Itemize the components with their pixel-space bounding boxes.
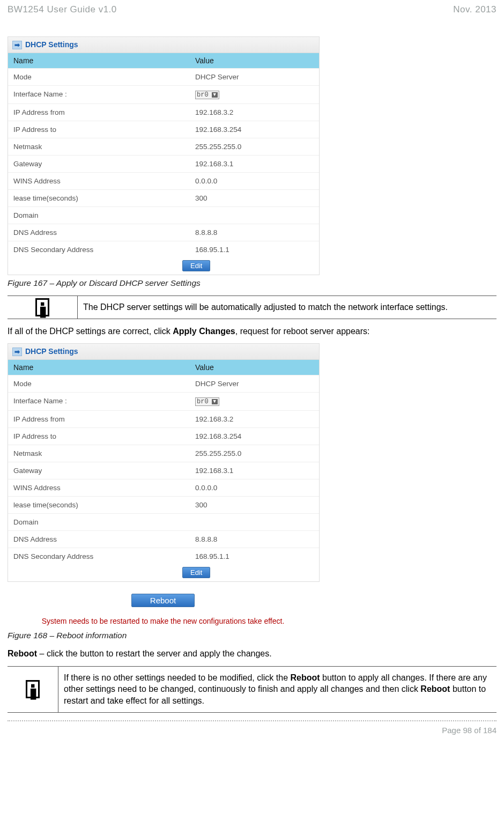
row-name: Netmask xyxy=(8,445,190,462)
edit-button[interactable]: Edit xyxy=(182,260,210,271)
footer-divider xyxy=(8,720,496,721)
table-row: DNS Secondary Address168.95.1.1 xyxy=(8,241,319,258)
row-value: DHCP Server xyxy=(190,69,319,85)
figure-caption-167: Figure 167 – Apply or Discard DHCP serve… xyxy=(8,278,496,288)
row-name: IP Address from xyxy=(8,411,190,427)
info-icon: ▪▮ xyxy=(26,680,40,698)
figure-caption-168: Figure 168 – Reboot information xyxy=(8,631,496,640)
table-row: Domain xyxy=(8,513,319,530)
row-name: Gateway xyxy=(8,156,190,172)
row-value: 255.255.255.0 xyxy=(190,138,319,155)
row-name: Interface Name : xyxy=(8,86,190,104)
row-value: 255.255.255.0 xyxy=(190,445,319,462)
row-value xyxy=(190,207,319,224)
chevron-down-icon: ▼ xyxy=(212,92,218,98)
row-name: lease time(seconds) xyxy=(8,497,190,513)
table-row: DNS Address8.8.8.8 xyxy=(8,530,319,548)
table-row: Netmask255.255.255.0 xyxy=(8,445,319,462)
dhcp-settings-panel-1: DHCP Settings Name Value ModeDHCP Server… xyxy=(8,36,320,275)
table-row: WINS Address0.0.0.0 xyxy=(8,479,319,496)
row-name: WINS Address xyxy=(8,479,190,496)
row-value: 192.168.3.1 xyxy=(190,156,319,172)
reboot-description: Reboot – click the button to restart the… xyxy=(8,648,496,660)
panel-title: DHCP Settings xyxy=(8,344,319,360)
row-value: 8.8.8.8 xyxy=(190,224,319,241)
row-value: 8.8.8.8 xyxy=(190,531,319,548)
row-name: Domain xyxy=(8,514,190,530)
reboot-button[interactable]: Reboot xyxy=(131,594,195,607)
row-name: Mode xyxy=(8,69,190,85)
row-value: 300 xyxy=(190,190,319,206)
doc-title: BW1254 User Guide v1.0 xyxy=(8,4,117,15)
row-value: 192.168.3.1 xyxy=(190,462,319,479)
row-value: 168.95.1.1 xyxy=(190,548,319,565)
row-name: IP Address to xyxy=(8,428,190,445)
row-name: Gateway xyxy=(8,462,190,479)
table-row: lease time(seconds)300 xyxy=(8,189,319,206)
row-value: 192.168.3.254 xyxy=(190,428,319,445)
row-value: br0▼ xyxy=(190,86,319,104)
table-row: ModeDHCP Server xyxy=(8,375,319,392)
table-row: IP Address to192.168.3.254 xyxy=(8,427,319,445)
row-name: DNS Address xyxy=(8,224,190,241)
col-value: Value xyxy=(190,53,319,68)
table-row: Netmask255.255.255.0 xyxy=(8,138,319,155)
row-value: br0▼ xyxy=(190,393,319,410)
table-row: IP Address from192.168.3.2 xyxy=(8,410,319,427)
interface-select[interactable]: br0▼ xyxy=(195,397,219,406)
row-name: DNS Address xyxy=(8,531,190,548)
page-number: Page 98 of 184 xyxy=(8,726,496,735)
table-row: DNS Address8.8.8.8 xyxy=(8,224,319,241)
panel-title: DHCP Settings xyxy=(8,37,319,53)
table-row: ModeDHCP Server xyxy=(8,68,319,85)
row-name: IP Address from xyxy=(8,104,190,121)
col-value: Value xyxy=(190,360,319,375)
row-name: DNS Secondary Address xyxy=(8,241,190,258)
note-text: The DHCP server settings will be automat… xyxy=(78,296,496,319)
row-name: DNS Secondary Address xyxy=(8,548,190,565)
table-row: DNS Secondary Address168.95.1.1 xyxy=(8,548,319,565)
row-name: WINS Address xyxy=(8,173,190,189)
row-value: 0.0.0.0 xyxy=(190,479,319,496)
col-name: Name xyxy=(8,53,190,68)
restart-message: System needs to be restarted to make the… xyxy=(8,617,318,625)
table-row: IP Address from192.168.3.2 xyxy=(8,104,319,121)
edit-button[interactable]: Edit xyxy=(182,567,210,578)
table-row: Gateway192.168.3.1 xyxy=(8,462,319,479)
paragraph-apply: If all of the DHCP settings are correct,… xyxy=(8,326,496,337)
col-name: Name xyxy=(8,360,190,375)
table-row: Gateway192.168.3.1 xyxy=(8,155,319,172)
table-row: Interface Name :br0▼ xyxy=(8,392,319,410)
row-name: Netmask xyxy=(8,138,190,155)
info-note-1: ▪▮ The DHCP server settings will be auto… xyxy=(8,296,496,319)
row-value: 168.95.1.1 xyxy=(190,241,319,258)
info-note-2: ▪▮ If there is no other settings needed … xyxy=(8,666,496,713)
table-row: WINS Address0.0.0.0 xyxy=(8,172,319,189)
table-row: Domain xyxy=(8,206,319,224)
table-row: Interface Name :br0▼ xyxy=(8,85,319,104)
row-name: Domain xyxy=(8,207,190,224)
row-name: IP Address to xyxy=(8,121,190,138)
info-icon: ▪▮ xyxy=(35,298,49,316)
note-text: If there is no other settings needed to … xyxy=(58,667,496,712)
row-value: 192.168.3.2 xyxy=(190,411,319,427)
row-name: lease time(seconds) xyxy=(8,190,190,206)
table-row: IP Address to192.168.3.254 xyxy=(8,121,319,138)
row-value: 300 xyxy=(190,497,319,513)
dhcp-settings-panel-2: DHCP Settings Name Value ModeDHCP Server… xyxy=(8,343,320,582)
row-value: 0.0.0.0 xyxy=(190,173,319,189)
row-name: Mode xyxy=(8,375,190,392)
chevron-down-icon: ▼ xyxy=(212,399,218,404)
table-header: Name Value xyxy=(8,360,319,375)
table-header: Name Value xyxy=(8,53,319,68)
doc-date: Nov. 2013 xyxy=(453,4,496,15)
row-value: 192.168.3.254 xyxy=(190,121,319,138)
table-row: lease time(seconds)300 xyxy=(8,496,319,513)
row-value: 192.168.3.2 xyxy=(190,104,319,121)
row-name: Interface Name : xyxy=(8,393,190,410)
row-value: DHCP Server xyxy=(190,375,319,392)
interface-select[interactable]: br0▼ xyxy=(195,91,219,99)
row-value xyxy=(190,514,319,530)
